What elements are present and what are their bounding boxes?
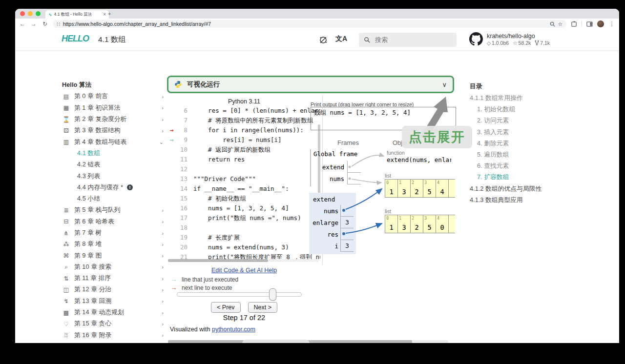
toc-item-4-1-1[interactable]: 4.1.1 数组常用操作 [470, 93, 567, 104]
search-box[interactable] [359, 33, 457, 47]
global-frame-title: Global frame [313, 150, 357, 158]
visual-run-summary[interactable]: 可视化运行 ∨ [167, 76, 454, 93]
backtrack-icon: ↯ [62, 298, 70, 304]
sidebar-item-4-1[interactable]: 4.1 数组 [62, 148, 166, 159]
sidebar-item-chapter-11[interactable]: ⇅第 11 章 排序› [62, 273, 166, 284]
chevron-right-icon[interactable]: › [162, 276, 166, 282]
sidebar-item-chapter-2[interactable]: ⌛第 2 章 复杂度分析› [62, 114, 166, 125]
hourglass-icon: ⌛ [62, 116, 70, 123]
sidebar-item-chapter-12[interactable]: ◫第 12 章 分治› [62, 284, 166, 295]
extensions-icon[interactable] [571, 21, 577, 27]
legend-next-line: →next line to execute [169, 284, 232, 291]
bookmark-star-icon[interactable]: ☆ [558, 21, 562, 27]
chevron-right-icon[interactable]: › [162, 253, 166, 259]
chevron-right-icon[interactable]: › [162, 230, 166, 236]
sidebar-item-chapter-8[interactable]: ⁂第 8 章 堆› [62, 239, 166, 250]
sidebar-item-references[interactable]: 参考文献 [62, 341, 166, 343]
code-view: 6 res = [0] * (len(nums) + enlarge) 7 # … [167, 106, 320, 263]
language-header: Python 3.11 [167, 98, 321, 105]
browser-toolbar: ← → ↻ ∷ https://www.hello-algo.com/chapt… [15, 19, 619, 29]
collapse-chevron-icon[interactable]: ∨ [442, 81, 447, 88]
toc-item-traverse[interactable]: 5. 遍历数组 [470, 149, 567, 161]
var-name-res: res [309, 231, 338, 238]
chevron-right-icon[interactable]: › [162, 310, 166, 316]
sidebar-item-chapter-16[interactable]: ⍰第 16 章 附录› [62, 330, 166, 341]
sidebar-item-chapter-7[interactable]: ⋔第 7 章 树› [62, 227, 166, 239]
site-info-icon[interactable]: ∷ [57, 21, 60, 27]
address-bar[interactable]: ∷ https://www.hello-algo.com/chapter_arr… [53, 20, 566, 28]
step-slider[interactable] [177, 292, 302, 297]
question-icon: ⍰ [62, 332, 70, 339]
toc-item-insert[interactable]: 3. 插入元素 [470, 127, 567, 138]
slider-thumb[interactable] [269, 288, 276, 301]
browser-window: ∿ 4.1 数组 - Hello 算法 × + ← → ↻ ∷ https://… [15, 9, 619, 343]
star-icon: ☆ [513, 40, 517, 46]
sidebar-item-chapter-5[interactable]: ≣第 5 章 栈与队列› [62, 204, 166, 216]
github-repo-link[interactable]: krahets/hello-algo ◇1.0.0b6 ☆58.2k 7.1k [469, 32, 550, 46]
edit-code-link[interactable]: Edit Code & Get AI Help [211, 267, 277, 274]
browser-tab[interactable]: ∿ 4.1 数组 - Hello 算法 × [45, 10, 109, 19]
sidebar-item-chapter-1[interactable]: ▦第 1 章 初识算法› [62, 102, 166, 114]
menu-kebab-icon[interactable]: ⋮ [608, 20, 615, 27]
side-panel-icon[interactable] [586, 21, 593, 27]
sidebar-nav: Hello 算法 ▤第 0 章 前言› ▦第 1 章 初识算法› ⌛第 2 章 … [62, 80, 166, 343]
chevron-right-icon[interactable]: › [162, 207, 166, 213]
close-tab-icon[interactable]: × [103, 12, 106, 17]
zoom-icon[interactable] [550, 21, 555, 27]
translate-icon[interactable]: 文A [335, 35, 347, 43]
chevron-right-icon[interactable]: › [162, 242, 166, 247]
sidebar-item-chapter-0[interactable]: ▤第 0 章 前言› [62, 91, 166, 102]
chevron-down-icon[interactable]: ⌄ [159, 139, 166, 145]
sidebar-item-chapter-6[interactable]: ⊟第 6 章 哈希表› [62, 216, 166, 227]
chevron-right-icon[interactable]: › [162, 117, 166, 122]
heart-icon: ♡ [62, 321, 70, 327]
sidebar-item-chapter-3[interactable]: ⚄第 3 章 数据结构› [62, 125, 166, 136]
prev-button[interactable]: < Prev [211, 302, 240, 313]
toc-item-expand-capacity[interactable]: 7. 扩容数组 [470, 172, 567, 183]
next-button[interactable]: Next > [248, 302, 277, 313]
hello-algo-logo[interactable]: HELLO [62, 34, 89, 44]
toc-item-4-1-2[interactable]: 4.1.2 数组的优点与局限性 [470, 183, 567, 195]
chevron-right-icon[interactable]: › [162, 219, 166, 224]
toc-item-find[interactable]: 6. 查找元素 [470, 161, 567, 172]
toc-item-access[interactable]: 2. 访问元素 [470, 115, 567, 126]
chevron-right-icon[interactable]: › [162, 128, 166, 134]
list-type-label: list [385, 173, 391, 179]
chevron-right-icon[interactable]: › [162, 105, 166, 111]
back-icon[interactable]: ← [19, 20, 26, 27]
sidebar-item-chapter-14[interactable]: ▩第 14 章 动态规划› [62, 307, 166, 318]
var-name-nums: nums [309, 207, 338, 215]
maximize-window-button[interactable] [36, 11, 41, 16]
sidebar-item-4-2[interactable]: 4.2 链表 [62, 159, 166, 170]
close-window-button[interactable] [20, 11, 25, 16]
sidebar-item-chapter-15[interactable]: ♡第 15 章 贪心› [62, 318, 166, 329]
sidebar-item-chapter-4[interactable]: ▥第 4 章 数组与链表⌄ [62, 136, 166, 147]
toc-item-init-array[interactable]: 1. 初始化数组 [470, 104, 567, 115]
list-object-res: 01 13 22 35 40 [385, 215, 455, 233]
profile-avatar[interactable] [597, 20, 604, 27]
sidebar-item-4-5[interactable]: 4.5 小结 [62, 193, 166, 204]
sidebar-item-chapter-13[interactable]: ↯第 13 章 回溯› [62, 296, 166, 307]
code-horizontal-scrollbar[interactable] [168, 259, 318, 262]
chevron-right-icon[interactable]: › [162, 298, 166, 304]
forward-icon[interactable]: → [30, 20, 37, 27]
reload-icon[interactable]: ↻ [42, 20, 48, 27]
pythontutor-link[interactable]: pythontutor.com [212, 326, 255, 333]
theme-toggle-icon[interactable] [319, 36, 328, 44]
chevron-right-icon[interactable]: › [162, 332, 166, 338]
new-tab-button[interactable]: + [108, 11, 111, 17]
toc-item-delete[interactable]: 4. 删除元素 [470, 138, 567, 149]
sidebar-item-4-4[interactable]: 4.4 内存与缓存 *! [62, 182, 166, 193]
repo-meta: ◇1.0.0b6 ☆58.2k 7.1k [487, 40, 550, 46]
search-input[interactable] [374, 36, 444, 44]
chevron-right-icon[interactable]: › [162, 264, 166, 270]
toc-item-4-1-3[interactable]: 4.1.3 数组典型应用 [470, 195, 567, 206]
sidebar-item-chapter-9[interactable]: ⌘第 9 章 图› [62, 250, 166, 261]
chevron-right-icon[interactable]: › [162, 287, 166, 293]
url-text[interactable]: https://www.hello-algo.com/chapter_array… [63, 21, 547, 27]
chevron-right-icon[interactable]: › [162, 94, 166, 100]
sidebar-item-chapter-10[interactable]: ⌕第 10 章 搜索› [62, 262, 166, 273]
sidebar-item-4-3[interactable]: 4.3 列表 [62, 170, 166, 182]
chevron-right-icon[interactable]: › [162, 321, 166, 327]
minimize-window-button[interactable] [28, 11, 33, 16]
